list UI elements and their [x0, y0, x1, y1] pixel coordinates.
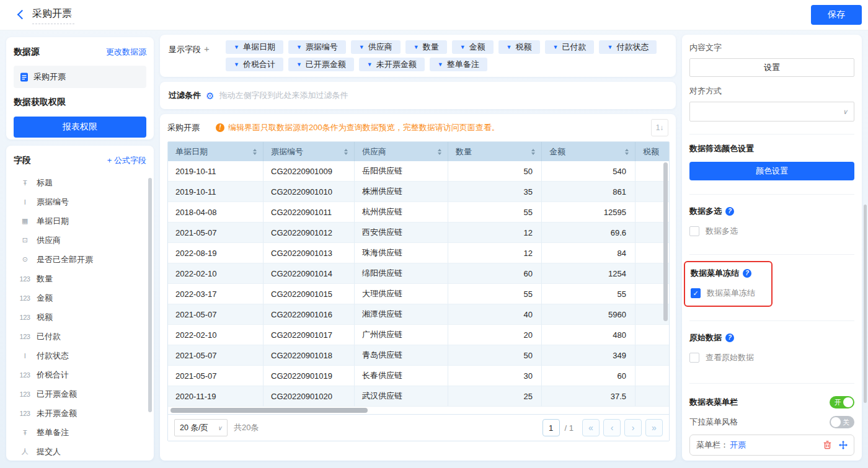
table-row[interactable]: 2021-05-07 CG20220901016 湘潭供应链 40 5960: [168, 304, 670, 325]
field-item[interactable]: 123 数量: [14, 269, 146, 288]
page-title[interactable]: 采购开票: [32, 7, 74, 24]
display-field-chip[interactable]: ▼ 价税合计: [226, 58, 283, 71]
prev-page-button[interactable]: ‹: [603, 419, 621, 436]
checkbox-unchecked[interactable]: [689, 353, 699, 363]
display-field-chip[interactable]: ▼ 已付款: [545, 40, 595, 54]
field-item[interactable]: Ŧ 标题: [14, 173, 146, 192]
radio-icon: ⊙: [19, 255, 31, 263]
cell-quantity: 55: [448, 202, 542, 223]
display-field-chip[interactable]: ▼ 单据日期: [226, 40, 283, 54]
add-display-field-button[interactable]: +: [204, 43, 210, 54]
cell-supplier: 广州供应链: [355, 325, 448, 345]
move-icon[interactable]: [839, 441, 848, 449]
color-settings-button[interactable]: 颜色设置: [689, 162, 854, 180]
display-field-chip[interactable]: ▼ 整单备注: [430, 58, 487, 71]
table-row[interactable]: 2020-11-19 CG20220901020 武汉供应链 25 37.5: [168, 386, 670, 407]
table-vertical-scrollbar[interactable]: [663, 162, 668, 321]
gear-icon[interactable]: ⚙: [206, 91, 214, 100]
sort-icon[interactable]: [438, 149, 441, 155]
delete-icon[interactable]: [823, 441, 831, 449]
display-field-chip[interactable]: ▼ 供应商: [351, 40, 401, 54]
display-field-chip[interactable]: ▼ 付款状态: [599, 40, 657, 54]
column-header-ticket-no[interactable]: 票据编号: [264, 142, 355, 161]
field-item[interactable]: I 票据编号: [14, 192, 146, 211]
save-button[interactable]: 保存: [811, 5, 862, 25]
field-item[interactable]: 123 未开票金额: [14, 404, 146, 423]
field-item[interactable]: ⊙ 是否已全部开票: [14, 250, 146, 269]
add-formula-field-link[interactable]: + 公式字段: [107, 155, 146, 166]
display-field-chip[interactable]: ▼ 已开票金额: [288, 58, 354, 71]
first-page-button[interactable]: «: [582, 419, 600, 436]
field-item[interactable]: 123 已付款: [14, 327, 146, 346]
table-row[interactable]: 2021-05-07 CG20220901019 长春供应链 30 60: [168, 366, 670, 386]
last-page-button[interactable]: »: [645, 419, 663, 436]
table-row[interactable]: 2018-04-08 CG20220901011 杭州供应链 55 12595: [168, 202, 670, 223]
menu-freeze-checkbox-label: 数据菜单冻结: [707, 288, 755, 299]
table-row[interactable]: 2022-03-17 CG20220901015 大理供应链 55 55: [168, 284, 670, 304]
table-row[interactable]: 2021-05-07 CG20220901012 西安供应链 12 69.6: [168, 223, 670, 243]
display-field-chip[interactable]: ▼ 税额: [498, 40, 540, 54]
user-icon: 人: [19, 447, 31, 456]
column-header-amount[interactable]: 金额: [542, 142, 636, 161]
menu-bar-toggle-on[interactable]: 开: [830, 396, 854, 408]
menu-freeze-checkbox-row[interactable]: ✓ 数据菜单冻结: [691, 288, 755, 299]
display-field-chip[interactable]: ▼ 票据编号: [288, 40, 346, 54]
fields-scrollbar[interactable]: [148, 178, 152, 412]
display-field-chip[interactable]: ▼ 未开票金额: [359, 58, 425, 71]
next-page-button[interactable]: ›: [624, 419, 642, 436]
dropdown-style-toggle-off[interactable]: 关: [830, 416, 854, 428]
table-row[interactable]: 2022-02-10 CG20220901014 绵阳供应链 60 1254: [168, 263, 670, 284]
sort-icon[interactable]: [531, 149, 535, 155]
cell-date: 2021-05-07: [168, 223, 264, 243]
column-header-supplier[interactable]: 供应商: [355, 142, 448, 161]
field-item[interactable]: 人 提交人: [14, 442, 146, 461]
checkbox-unchecked[interactable]: [689, 226, 699, 236]
datasource-item[interactable]: 采购开票: [14, 66, 146, 88]
table-row[interactable]: 2022-08-19 CG20220901013 珠海供应链 12 84: [168, 243, 670, 263]
menu-item-value[interactable]: 开票: [730, 439, 746, 451]
field-item[interactable]: I 付款状态: [14, 346, 146, 365]
content-text-settings-button[interactable]: 设置: [689, 58, 854, 77]
field-item[interactable]: 123 金额: [14, 288, 146, 307]
field-item-label: 已开票金额: [37, 389, 77, 400]
menu-freeze-highlight: 数据菜单冻结 ? ✓ 数据菜单冻结: [684, 261, 773, 307]
multi-select-checkbox-row[interactable]: 数据多选: [689, 226, 854, 237]
sort-icon[interactable]: [344, 149, 348, 155]
table-horizontal-scrollbar[interactable]: [170, 408, 368, 413]
table-row[interactable]: 2019-10-11 CG20220901010 株洲供应链 35 861: [168, 182, 670, 202]
table-row[interactable]: 2019-10-11 CG20220901009 岳阳供应链 50 540: [168, 161, 670, 182]
field-item[interactable]: Ŧ 整单备注: [14, 423, 146, 442]
column-header-date[interactable]: 单据日期: [168, 142, 264, 161]
table-row[interactable]: 2022-02-10 CG20220901017 广州供应链 20 480: [168, 325, 670, 345]
page-size-select[interactable]: 20 条/页 ∨: [174, 419, 228, 436]
help-icon[interactable]: ?: [725, 333, 734, 342]
table-row[interactable]: 2021-05-07 CG20220901018 青岛供应链 50 349: [168, 345, 670, 366]
display-field-chip[interactable]: ▼ 数量: [405, 40, 447, 54]
field-item[interactable]: ⊡ 供应商: [14, 231, 146, 250]
help-icon[interactable]: ?: [743, 269, 751, 278]
checkbox-checked[interactable]: ✓: [691, 288, 701, 298]
chip-label: 已开票金额: [306, 59, 346, 70]
sort-icon[interactable]: [253, 149, 257, 155]
chevron-down-icon: ▼: [414, 44, 419, 50]
change-datasource-link[interactable]: 更改数据源: [106, 46, 146, 58]
help-icon[interactable]: ?: [725, 207, 734, 216]
column-header-tax[interactable]: 税额: [636, 142, 670, 161]
sort-tool-button[interactable]: 1↓: [651, 119, 668, 136]
back-icon: [17, 10, 27, 20]
current-page-input[interactable]: 1: [542, 419, 560, 436]
align-select[interactable]: ∨: [689, 102, 854, 121]
back-button[interactable]: [16, 10, 26, 20]
page-scrollbar[interactable]: [864, 205, 867, 403]
datasource-title: 数据源: [14, 46, 40, 58]
column-header-quantity[interactable]: 数量: [448, 142, 542, 161]
field-item[interactable]: 123 税额: [14, 307, 146, 327]
field-item[interactable]: 123 已开票金额: [14, 384, 146, 404]
raw-data-checkbox-row[interactable]: 查看原始数据: [689, 352, 854, 363]
field-item[interactable]: ▦ 单据日期: [14, 211, 146, 231]
field-item[interactable]: 123 价税合计: [14, 365, 146, 384]
chevron-down-icon: ∨: [843, 108, 848, 116]
report-permission-button[interactable]: 报表权限: [14, 117, 146, 138]
sort-icon[interactable]: [625, 149, 629, 155]
display-field-chip[interactable]: ▼ 金额: [452, 40, 494, 54]
